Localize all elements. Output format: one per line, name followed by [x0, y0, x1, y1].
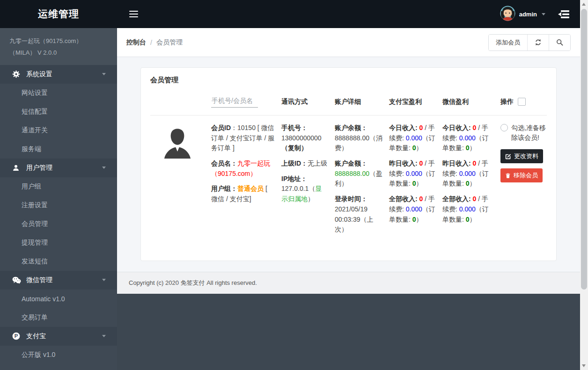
trash-icon: [505, 173, 511, 179]
footer: Copyright (c) 2020 免签支付 All rights reser…: [117, 272, 580, 294]
col-header-ops: 操作: [500, 98, 514, 106]
top-navbar: 运维管理: [0, 0, 580, 28]
sidebar-item-channel-switch[interactable]: 通道开关: [0, 121, 117, 140]
col-header-wechat-profit: 微信盈利: [442, 98, 500, 106]
chevron-down-icon: [102, 335, 106, 337]
site-name: 九零一起玩（90175.com）: [9, 35, 108, 47]
site-version: （MILA） V 2.0.0: [9, 47, 108, 58]
remove-hint-label: 勾选,准备移除该会员!: [511, 123, 548, 143]
avatar: [500, 6, 515, 23]
remove-member-radio[interactable]: [500, 124, 508, 131]
gear-icon: [12, 70, 22, 78]
ops-cell: 勾选,准备移除该会员! 更改资料: [500, 123, 554, 240]
toolbar-button-group: 添加会员: [488, 34, 571, 51]
user-icon: [12, 164, 22, 172]
breadcrumb: 控制台 / 会员管理: [126, 38, 183, 47]
sidebar-item-user-management[interactable]: 用户管理: [0, 159, 117, 177]
wechat-profit-cell: 今日收入: 0 / 手续费: 0.000（订单数量: 0） 昨日收入: 0 / …: [442, 123, 500, 240]
scrollbar-thumb[interactable]: [581, 9, 587, 290]
sidebar-item-server[interactable]: 服务端: [0, 140, 117, 159]
sidebar-item-website-settings[interactable]: 网站设置: [0, 84, 117, 102]
page-scrollbar[interactable]: [580, 0, 588, 370]
sidebar-item-send-sms[interactable]: 发送短信: [0, 252, 117, 271]
chevron-down-icon: [102, 73, 106, 75]
search-button[interactable]: [549, 35, 570, 51]
alipay-profit-cell: 今日收入: 0 / 手续费: 0.000（订单数量: 0） 昨日收入: 0 / …: [389, 123, 442, 240]
breadcrumb-home[interactable]: 控制台: [126, 38, 146, 47]
copy-link[interactable]: （复制）: [281, 144, 308, 152]
wechat-icon: [12, 276, 22, 284]
edit-icon: [505, 153, 511, 160]
person-silhouette-icon: [159, 126, 196, 163]
select-all-checkbox[interactable]: [518, 98, 526, 106]
chevron-down-icon: [542, 13, 545, 15]
control-sidebar-toggle-icon[interactable]: [558, 10, 570, 19]
sidebar: 九零一起玩（90175.com） （MILA） V 2.0.0: [0, 28, 117, 370]
sidebar-item-member-management[interactable]: 会员管理: [0, 215, 117, 233]
content-header: 控制台 / 会员管理 添加会员: [117, 28, 580, 57]
account-cell: 账户余额：8888888.00（消费） 账户金额：8888888.00（盈利） …: [335, 123, 389, 240]
sidebar-item-wechat-management[interactable]: 微信管理: [0, 271, 117, 290]
col-header-contact: 通讯方式: [281, 98, 335, 106]
member-info-cell: 会员ID：10150 [ 微信订单 / 支付宝订单 / 服务订单 ] 会员名：九…: [211, 123, 281, 240]
edit-profile-button[interactable]: 更改资料: [500, 149, 543, 163]
refresh-button[interactable]: [528, 35, 549, 51]
card-title: 会员管理: [150, 76, 547, 85]
app-logo: 运维管理: [0, 7, 117, 21]
scrollbar-up-arrow[interactable]: [582, 3, 586, 6]
search-icon: [556, 39, 563, 46]
content-area: 会员管理 通讯方式 账户详细 支付宝盈利 微信盈利 操作: [117, 57, 580, 272]
remove-member-button[interactable]: 移除会员: [500, 168, 543, 182]
col-header-account: 账户详细: [335, 98, 389, 106]
svg-text:P: P: [15, 334, 18, 339]
member-avatar-cell: [150, 123, 211, 240]
member-management-card: 会员管理 通讯方式 账户详细 支付宝盈利 微信盈利 操作: [140, 67, 557, 261]
alipay-icon: P: [12, 332, 22, 340]
user-menu[interactable]: admin: [500, 6, 545, 23]
app-window: 运维管理: [0, 0, 588, 370]
scrollbar-down-arrow[interactable]: [582, 364, 586, 367]
sidebar-item-system-settings[interactable]: 系统设置: [0, 65, 117, 84]
sidebar-item-register-settings[interactable]: 注册设置: [0, 196, 117, 215]
sidebar-item-sms-config[interactable]: 短信配置: [0, 102, 117, 121]
chevron-down-icon: [102, 167, 106, 169]
member-search-input[interactable]: [211, 96, 258, 108]
sidebar-item-public-v1[interactable]: 公开版 v1.0: [0, 346, 117, 364]
add-member-button[interactable]: 添加会员: [489, 35, 528, 51]
sidebar-item-alipay[interactable]: P 支付宝: [0, 327, 117, 346]
sidebar-menu: 系统设置 网站设置 短信配置 通道开关 服务端 用户管理 用户组: [0, 65, 117, 370]
sidebar-item-wechat-orders[interactable]: 交易订单: [0, 308, 117, 327]
contact-cell: 手机号：13800000000（复制） 上级ID：无上级 IP地址：127.0.…: [281, 123, 335, 240]
col-header-alipay-profit: 支付宝盈利: [389, 98, 442, 106]
sidebar-item-user-groups[interactable]: 用户组: [0, 177, 117, 196]
username-label: admin: [519, 11, 537, 18]
page-background: [117, 294, 580, 370]
sidebar-item-automatic-v1[interactable]: Automatic v1.0: [0, 290, 117, 308]
sidebar-site-info: 九零一起玩（90175.com） （MILA） V 2.0.0: [0, 28, 117, 65]
table-row: 会员ID：10150 [ 微信订单 / 支付宝订单 / 服务订单 ] 会员名：九…: [150, 116, 547, 240]
sidebar-item-alipay-orders[interactable]: 交易订单: [0, 364, 117, 370]
chevron-down-icon: [102, 279, 106, 281]
breadcrumb-current: 会员管理: [156, 38, 183, 47]
menu-toggle-icon[interactable]: [125, 7, 142, 22]
refresh-icon: [535, 39, 542, 46]
sidebar-item-withdrawal-management[interactable]: 提现管理: [0, 233, 117, 252]
member-group-value: 普通会员: [237, 185, 264, 192]
table-header-row: 通讯方式 账户详细 支付宝盈利 微信盈利 操作: [150, 96, 547, 115]
copyright-text: Copyright (c) 2020 免签支付 All rights reser…: [129, 279, 257, 286]
